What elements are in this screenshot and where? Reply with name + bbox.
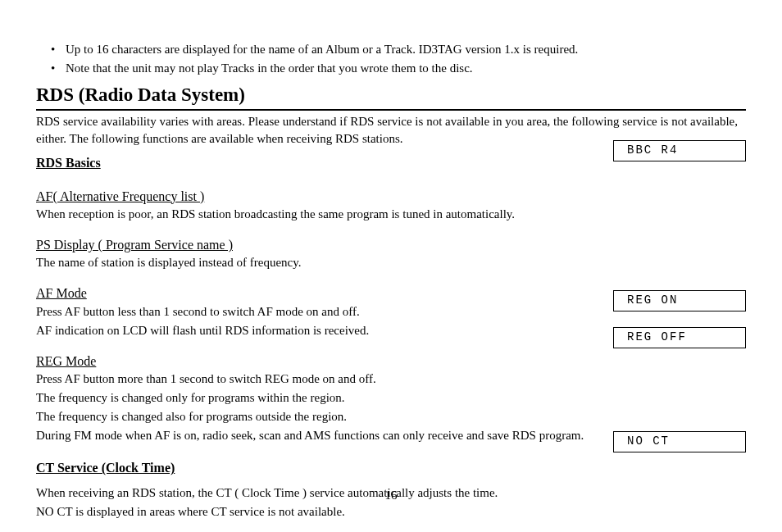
bullet-text: Up to 16 characters are displayed for th… bbox=[66, 41, 578, 58]
heading-af-mode: AF Mode bbox=[36, 284, 602, 302]
bullet-item: • Note that the unit may not play Tracks… bbox=[51, 60, 746, 77]
heading-af-list: AF( Alternative Frequency list ) bbox=[36, 188, 602, 206]
lcd-display-reg-off: REG OFF bbox=[613, 327, 746, 348]
reg-mode-line3: The frequency is changed also for progra… bbox=[36, 408, 602, 425]
bullet-dot-icon: • bbox=[51, 41, 57, 58]
bullet-dot-icon: • bbox=[51, 60, 57, 77]
af-mode-line2: AF indication on LCD will flash until RD… bbox=[36, 322, 602, 339]
lcd-display-no-ct: NO CT bbox=[613, 431, 746, 452]
ct-service-line2: NO CT is displayed in areas where CT ser… bbox=[36, 503, 746, 521]
reg-mode-line2: The frequency is changed only for progra… bbox=[36, 389, 602, 407]
heading-ps-display: PS Display ( Program Service name ) bbox=[36, 236, 602, 254]
bullet-text: Note that the unit may not play Tracks i… bbox=[66, 60, 473, 77]
lcd-display-bbc: BBC R4 bbox=[613, 140, 746, 161]
ps-display-body: The name of station is displayed instead… bbox=[36, 254, 602, 271]
page-number: 16 bbox=[0, 487, 782, 504]
af-list-body: When reception is poor, an RDS station b… bbox=[36, 206, 602, 223]
section-title-rds: RDS (Radio Data System) bbox=[36, 82, 746, 111]
heading-ct-service: CT Service (Clock Time) bbox=[36, 459, 746, 477]
bullet-item: • Up to 16 characters are displayed for … bbox=[51, 41, 746, 58]
reg-mode-line1: Press AF button more than 1 second to sw… bbox=[36, 371, 602, 388]
bullet-list: • Up to 16 characters are displayed for … bbox=[51, 41, 746, 77]
lcd-display-reg-on: REG ON bbox=[613, 290, 746, 311]
af-mode-line1: Press AF button less than 1 second to sw… bbox=[36, 303, 602, 321]
heading-reg-mode: REG Mode bbox=[36, 352, 602, 371]
